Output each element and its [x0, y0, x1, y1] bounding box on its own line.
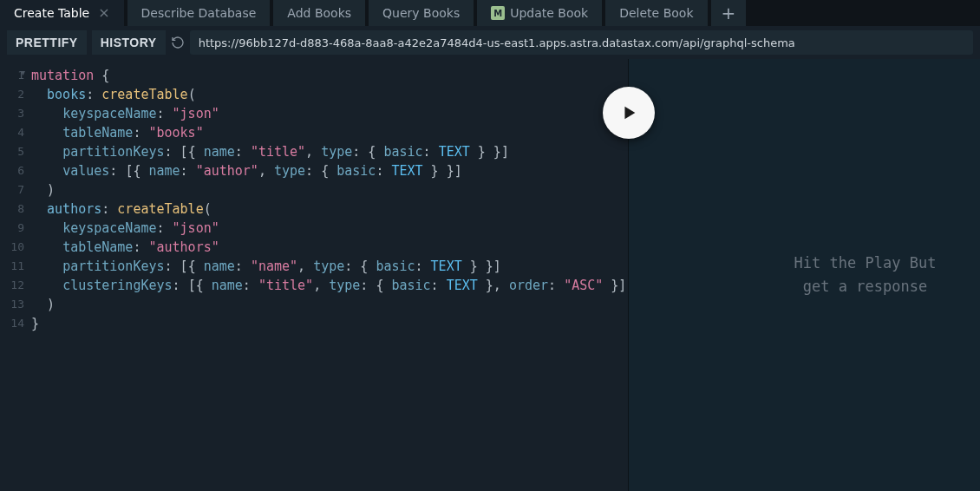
prettify-button[interactable]: PRETTIFY	[7, 30, 87, 55]
toolbar: PRETTIFY HISTORY https://96bb127d-d883-4…	[0, 26, 980, 59]
tab-delete-book[interactable]: Delete Book	[605, 0, 707, 26]
result-hint: Hit the Play But get a response	[794, 252, 937, 298]
line-gutter: 1234567891011121314	[0, 59, 28, 491]
code-content[interactable]: mutation { books: createTable( keyspaceN…	[28, 59, 628, 491]
plus-icon: +	[722, 3, 736, 23]
tab-label: Describe Database	[141, 6, 257, 20]
endpoint-url-text: https://96bb127d-d883-468a-8aa8-a42e2a74…	[199, 36, 795, 49]
tab-label: Create Table	[14, 6, 89, 20]
history-button[interactable]: HISTORY	[92, 30, 166, 55]
tab-label: Delete Book	[619, 6, 693, 20]
tab-describe-database[interactable]: Describe Database	[127, 0, 271, 26]
endpoint-url-input[interactable]: https://96bb127d-d883-468a-8aa8-a42e2a74…	[190, 30, 973, 55]
add-tab-button[interactable]: +	[711, 0, 747, 26]
tab-create-table[interactable]: Create Table ×	[0, 0, 124, 26]
main-area: ▾ 1234567891011121314 mutation { books: …	[0, 59, 980, 491]
tab-query-books[interactable]: Query Books	[369, 0, 474, 26]
close-icon[interactable]: ×	[98, 6, 109, 20]
tab-label: Query Books	[382, 6, 460, 20]
tab-update-book[interactable]: M Update Book	[477, 0, 602, 26]
tab-add-books[interactable]: Add Books	[273, 0, 365, 26]
mutation-badge: M	[491, 6, 505, 20]
query-editor[interactable]: ▾ 1234567891011121314 mutation { books: …	[0, 59, 628, 491]
tab-bar: Create Table × Describe Database Add Boo…	[0, 0, 980, 26]
tab-label: Add Books	[287, 6, 351, 20]
play-button[interactable]	[603, 87, 655, 139]
play-icon	[619, 103, 638, 122]
result-pane: Hit the Play But get a response	[628, 59, 980, 491]
refresh-icon[interactable]	[171, 36, 185, 49]
tab-label: Update Book	[510, 6, 588, 20]
